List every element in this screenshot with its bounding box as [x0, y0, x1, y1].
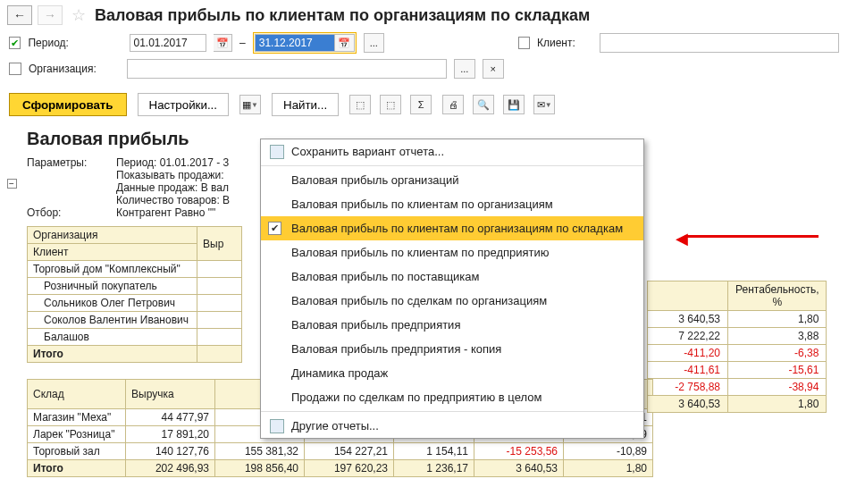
- col-org: Организация: [28, 227, 197, 244]
- menu-item[interactable]: Валовая прибыль предприятия - копия: [261, 337, 643, 361]
- org-label: Организация:: [29, 63, 97, 75]
- print-icon[interactable]: 🖨: [442, 95, 464, 114]
- collapse-toggle[interactable]: −: [7, 179, 17, 189]
- org-input[interactable]: [127, 59, 447, 79]
- table-row: Балашов: [28, 329, 242, 346]
- menu-item[interactable]: Валовая прибыль организаций: [261, 168, 643, 192]
- menu-other-reports[interactable]: Другие отчеты...: [261, 414, 643, 438]
- col-client: Клиент: [28, 244, 197, 261]
- table-row: Сольников Олег Петрович: [28, 295, 242, 312]
- col-rev: Выр: [197, 227, 242, 261]
- client-checkbox[interactable]: [518, 37, 530, 49]
- calendar-icon[interactable]: 📅: [214, 34, 232, 52]
- filter-value: Контрагент Равно "": [116, 206, 215, 219]
- col-rev: Выручка: [126, 380, 215, 409]
- report-table-1-right: Рентабельность, % 3 640,531,80 7 222,223…: [647, 281, 827, 413]
- settings-button[interactable]: Настройки...: [138, 93, 229, 116]
- params-label: Параметры:: [27, 156, 116, 206]
- menu-item[interactable]: Продажи по сделкам по предприятию в цело…: [261, 385, 643, 409]
- nav-fwd-button[interactable]: →: [38, 5, 63, 25]
- report-table-1: Организация Выр Клиент Торговый дом "Ком…: [27, 226, 242, 363]
- client-input[interactable]: [600, 33, 839, 53]
- menu-save-variant[interactable]: Сохранить вариант отчета...: [261, 139, 643, 164]
- date-dash: –: [239, 37, 246, 49]
- calendar-icon[interactable]: 📅: [335, 34, 355, 52]
- period-label: Период:: [28, 37, 68, 49]
- page-title: Валовая прибыль по клиентам по организац…: [95, 6, 590, 25]
- collapse-button[interactable]: ⬚: [380, 95, 401, 114]
- filter-label: Отбор:: [27, 206, 116, 219]
- check-icon: ✔: [268, 222, 281, 235]
- expand-button[interactable]: ⬚: [349, 95, 371, 114]
- date-from-input[interactable]: 01.01.2017: [130, 34, 206, 52]
- preview-icon[interactable]: 🔍: [473, 95, 494, 114]
- menu-item[interactable]: Валовая прибыль по клиентам по предприят…: [261, 240, 643, 265]
- variants-dropdown-button[interactable]: ▦▼: [239, 95, 261, 114]
- period-checkbox[interactable]: ✔: [9, 37, 21, 49]
- find-button[interactable]: Найти...: [272, 93, 339, 116]
- generate-button[interactable]: Сформировать: [9, 93, 127, 116]
- mail-icon[interactable]: ✉▼: [533, 95, 555, 114]
- table-total-row: Итого202 496,93198 856,40197 620,231 236…: [28, 460, 653, 477]
- param-line: Показывать продажи:: [116, 169, 230, 181]
- org-checkbox[interactable]: [9, 63, 21, 75]
- report-variant-menu: Сохранить вариант отчета... Валовая приб…: [260, 139, 644, 439]
- param-line: Период: 01.01.2017 - 3: [116, 156, 230, 169]
- sum-button[interactable]: Σ: [410, 95, 432, 114]
- nav-back-button[interactable]: ←: [7, 5, 32, 25]
- annotation-arrow: ◀: [677, 228, 829, 244]
- table-row: Соколов Валентин Иванович: [28, 312, 242, 329]
- save-icon[interactable]: 💾: [503, 95, 525, 114]
- menu-item[interactable]: Валовая прибыль по поставщикам: [261, 265, 643, 289]
- table-row: Торговый дом "Комплексный": [28, 261, 242, 278]
- favorite-star-icon[interactable]: ☆: [71, 5, 86, 25]
- table-row: Розничный покупатель: [28, 278, 242, 295]
- date-to-input[interactable]: 31.12.2017: [255, 34, 335, 52]
- menu-item-selected[interactable]: ✔Валовая прибыль по клиентам по организа…: [261, 216, 643, 240]
- org-clear-button[interactable]: ×: [483, 59, 504, 79]
- menu-item[interactable]: Валовая прибыль предприятия: [261, 313, 643, 337]
- org-more-button[interactable]: ...: [454, 59, 475, 79]
- client-label: Клиент:: [537, 37, 575, 49]
- table-total-row: Итого: [28, 346, 242, 363]
- param-line: Данные продаж: В вал: [116, 181, 230, 194]
- menu-item[interactable]: Валовая прибыль по сделкам по организаци…: [261, 289, 643, 313]
- col-warehouse: Склад: [28, 380, 126, 409]
- menu-item[interactable]: Валовая прибыль по клиентам по организац…: [261, 192, 643, 216]
- period-more-button[interactable]: ...: [364, 33, 384, 53]
- table-row: Торговый зал140 127,76155 381,32154 227,…: [28, 443, 653, 460]
- menu-item[interactable]: Динамика продаж: [261, 361, 643, 385]
- param-line: Количество товаров: В: [116, 194, 230, 206]
